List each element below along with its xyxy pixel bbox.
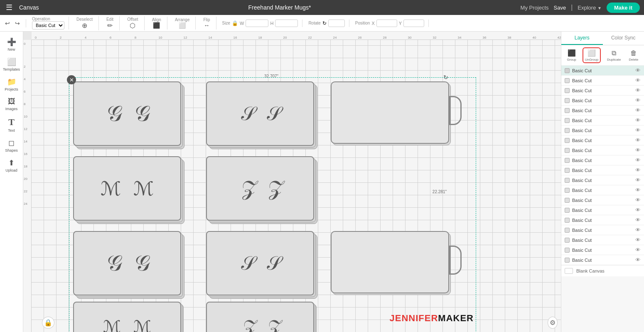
pos-x-input[interactable]: 2.156 — [376, 20, 397, 27]
lock-icon[interactable]: 🔒 — [42, 317, 54, 329]
sidebar-item-projects[interactable]: 📁 Projects — [0, 75, 23, 94]
pos-y-input[interactable]: 0.906 — [403, 20, 424, 27]
layer-item[interactable]: Basic Cut 👁 — [561, 96, 644, 106]
layer-item[interactable]: Basic Cut 👁 — [561, 76, 644, 86]
tab-color-sync[interactable]: Color Sync — [603, 32, 644, 45]
offset-group: Offset ⬡ — [125, 16, 145, 30]
ungroup-icon: ⬜ — [587, 49, 596, 57]
toolbar: ↩ ↪ Operation Basic Cut Deselect ⊕ Edit … — [0, 15, 644, 32]
duplicate-button[interactable]: ⧉ Duplicate — [605, 49, 622, 62]
group-button[interactable]: ⬛ Group — [565, 48, 578, 62]
visibility-toggle[interactable]: 👁 — [635, 157, 641, 163]
layer-item[interactable]: Basic Cut 👁 — [561, 235, 644, 245]
visibility-toggle[interactable]: 👁 — [635, 127, 641, 133]
tab-layers[interactable]: Layers — [561, 32, 603, 45]
visibility-toggle[interactable]: 👁 — [635, 257, 641, 263]
save-button[interactable]: Save — [554, 5, 566, 11]
undo-button[interactable]: ↩ — [3, 19, 12, 27]
close-selection-button[interactable]: ✕ — [67, 75, 76, 84]
text-icon: T — [8, 117, 15, 128]
project-title: Freehand Marker Mugs* — [248, 4, 311, 11]
my-projects-button[interactable]: My Projects — [521, 5, 549, 11]
visibility-toggle[interactable]: 👁 — [635, 197, 641, 203]
layer-color-swatch — [565, 208, 570, 213]
canvas-surface[interactable]: ✕ ↻ 32.707" 22.281" 𝒢 𝒢 — [32, 40, 561, 332]
mug-shape-1 — [331, 81, 455, 150]
settings-icon[interactable]: ⚙ — [548, 317, 558, 329]
visibility-toggle[interactable]: 👁 — [635, 247, 641, 253]
layer-item[interactable]: Basic Cut 👁 — [561, 66, 644, 76]
sidebar-item-shapes[interactable]: ◻ Shapes — [0, 136, 23, 155]
layer-item[interactable]: Basic Cut 👁 — [561, 205, 644, 215]
visibility-toggle[interactable]: 👁 — [635, 137, 641, 143]
explore-button[interactable]: Explore ▼ — [578, 5, 602, 11]
layer-item[interactable]: Basic Cut 👁 — [561, 245, 644, 255]
operation-select[interactable]: Basic Cut — [32, 21, 64, 30]
rotate-handle[interactable]: ↻ — [443, 74, 451, 81]
visibility-toggle[interactable]: 👁 — [635, 207, 641, 213]
layer-item[interactable]: Basic Cut 👁 — [561, 165, 644, 175]
layer-item[interactable]: Basic Cut 👁 — [561, 255, 644, 265]
visibility-toggle[interactable]: 👁 — [635, 117, 641, 123]
left-sidebar: ➕ New ⬜ Templates 📁 Projects 🖼 Images T … — [0, 32, 23, 332]
layer-item[interactable]: Basic Cut 👁 — [561, 145, 644, 155]
offset-button[interactable]: Offset ⬡ — [125, 16, 140, 30]
layer-color-swatch — [565, 118, 570, 123]
sidebar-item-images[interactable]: 🖼 Images — [0, 95, 23, 113]
visibility-toggle[interactable]: 👁 — [635, 77, 641, 84]
redo-button[interactable]: ↪ — [13, 19, 22, 27]
layer-item[interactable]: Basic Cut 👁 — [561, 215, 644, 225]
ungroup-button[interactable]: ⬜ UnGroup — [583, 47, 601, 63]
deselect-group: Deselect ⊕ — [75, 16, 99, 30]
sidebar-item-text[interactable]: T Text — [0, 114, 23, 135]
visibility-toggle[interactable]: 👁 — [635, 107, 641, 113]
layer-item[interactable]: Basic Cut 👁 — [561, 125, 644, 135]
sidebar-item-new[interactable]: ➕ New — [0, 35, 23, 54]
delete-button[interactable]: 🗑 Delete — [627, 49, 640, 62]
main-layout: ➕ New ⬜ Templates 📁 Projects 🖼 Images T … — [0, 32, 644, 332]
hamburger-menu-button[interactable]: ☰ — [4, 2, 14, 13]
layer-item[interactable]: Basic Cut 👁 — [561, 86, 644, 96]
flip-button[interactable]: Flip ↔ — [202, 17, 211, 30]
layer-color-swatch — [565, 248, 570, 253]
arrange-button[interactable]: Arrange ⬜ — [173, 17, 192, 30]
visibility-toggle[interactable]: 👁 — [635, 237, 641, 243]
align-button[interactable]: Align ⬛ — [150, 17, 163, 30]
canvas-area[interactable]: 0 2 4 6 8 10 12 14 16 18 20 22 24 26 28 … — [23, 32, 561, 332]
sidebar-item-templates[interactable]: ⬜ Templates — [0, 55, 23, 74]
layer-item[interactable]: Basic Cut 👁 — [561, 225, 644, 235]
size-h-input[interactable]: 22.281 — [275, 20, 298, 27]
layer-color-swatch — [565, 218, 570, 223]
rotate-group: Rotate ↻ 0 — [308, 20, 349, 27]
sidebar-item-upload[interactable]: ⬆ Upload — [0, 156, 23, 175]
dimension-height-label: 22.281" — [433, 189, 447, 194]
jennifer-maker-logo: JENNIFERMAKER — [390, 313, 474, 324]
top-nav: ☰ Canvas Freehand Marker Mugs* My Projec… — [0, 0, 644, 15]
visibility-toggle[interactable]: 👁 — [635, 187, 641, 193]
visibility-toggle[interactable]: 👁 — [635, 97, 641, 103]
design-group-z1: 𝒵 𝒵 — [206, 156, 318, 225]
dimension-width-label: 32.707" — [264, 74, 278, 79]
layer-item[interactable]: Basic Cut 👁 — [561, 106, 644, 116]
visibility-toggle[interactable]: 👁 — [635, 227, 641, 233]
visibility-toggle[interactable]: 👁 — [635, 67, 641, 74]
layer-item[interactable]: Basic Cut 👁 — [561, 185, 644, 195]
make-it-button[interactable]: Make it — [607, 2, 640, 13]
deselect-button[interactable]: Deselect ⊕ — [75, 16, 94, 30]
edit-button[interactable]: Edit ✏ — [105, 16, 115, 30]
visibility-toggle[interactable]: 👁 — [635, 177, 641, 183]
visibility-toggle[interactable]: 👁 — [635, 87, 641, 93]
visibility-toggle[interactable]: 👁 — [635, 217, 641, 223]
images-icon: 🖼 — [8, 97, 15, 106]
mug-shape-2 — [331, 231, 451, 297]
rotate-input[interactable]: 0 — [328, 20, 345, 27]
size-w-input[interactable]: 32.707 — [246, 20, 268, 27]
blank-canvas-layer-item[interactable]: Blank Canvas — [561, 265, 644, 276]
layer-item[interactable]: Basic Cut 👁 — [561, 195, 644, 205]
layer-item[interactable]: Basic Cut 👁 — [561, 175, 644, 185]
visibility-toggle[interactable]: 👁 — [635, 147, 641, 153]
layer-item[interactable]: Basic Cut 👁 — [561, 155, 644, 165]
layer-item[interactable]: Basic Cut 👁 — [561, 116, 644, 125]
layer-item[interactable]: Basic Cut 👁 — [561, 135, 644, 145]
visibility-toggle[interactable]: 👁 — [635, 167, 641, 173]
